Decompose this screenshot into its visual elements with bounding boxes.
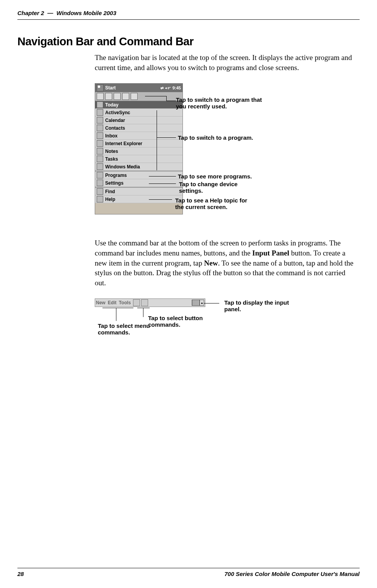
clock-time: 9:45 <box>172 86 181 90</box>
chapter-label: Chapter 2 <box>17 10 44 16</box>
menu-activesync-label: ActiveSync <box>105 110 130 115</box>
page-footer: 28 700 Series Color Mobile Computer User… <box>17 568 360 577</box>
menu-wmedia-label: Windows Media <box>105 164 140 170</box>
inbox-icon <box>97 132 103 139</box>
volume-icon[interactable]: ◀೯ <box>165 86 171 90</box>
leader-line <box>116 308 116 321</box>
calendar-icon <box>97 117 103 123</box>
header-separator: — <box>48 10 53 16</box>
menu-inbox-label: Inbox <box>105 133 118 139</box>
menu-find-label: Find <box>105 189 115 194</box>
callout-recent: Tap to switch to a program that you rece… <box>176 96 273 110</box>
recent-icon-5[interactable] <box>131 93 138 100</box>
recent-icon-1[interactable] <box>97 93 104 100</box>
command-bar-figure: New Edit Tools ▴ Tap to display the inpu… <box>95 298 360 357</box>
chapter-title: Windows Mobile 2003 <box>56 10 116 16</box>
menu-calendar[interactable]: Calendar <box>95 117 183 124</box>
leader-line <box>157 110 157 170</box>
leader-line <box>137 308 150 308</box>
status-area[interactable]: ⇄ ◀೯ 9:45 <box>160 86 181 90</box>
menu-today[interactable]: Today <box>95 101 183 109</box>
cmdbar-menu-edit[interactable]: Edit <box>108 300 117 305</box>
leader-line <box>149 183 176 184</box>
body-paragraph-2: Use the command bar at the bottom of the… <box>95 238 356 288</box>
callout-input-panel: Tap to display the input panel. <box>224 299 305 312</box>
ie-icon <box>97 140 103 147</box>
menu-contacts[interactable]: Contacts <box>95 124 183 132</box>
menu-settings-label: Settings <box>105 180 123 186</box>
contacts-icon <box>97 125 103 131</box>
leader-line <box>149 199 172 200</box>
recent-programs-row[interactable] <box>95 92 183 101</box>
input-panel-arrow-icon[interactable]: ▴ <box>200 300 204 306</box>
menu-find[interactable]: Find <box>95 188 183 195</box>
header-rule <box>17 19 360 20</box>
para2-d-bold: New <box>204 259 218 267</box>
body-paragraph-1: The navigation bar is located at the top… <box>95 53 356 72</box>
notes-icon <box>97 148 103 154</box>
wmedia-icon <box>97 163 103 170</box>
help-icon <box>97 196 103 202</box>
cmdbar-button-icon-1[interactable] <box>133 299 140 306</box>
settings-icon <box>97 180 103 186</box>
para2-b-bold: Input Panel <box>252 249 289 257</box>
menu-activesync[interactable]: ActiveSync <box>95 109 183 117</box>
menu-wmedia[interactable]: Windows Media <box>95 163 183 171</box>
menu-settings[interactable]: Settings <box>95 179 183 187</box>
menu-contacts-label: Contacts <box>105 125 125 131</box>
callout-help: Tap to see a Help topic for the current … <box>175 197 252 210</box>
leader-line <box>166 96 167 101</box>
programs-icon <box>97 172 103 178</box>
menu-ie[interactable]: Internet Explorer <box>95 140 183 147</box>
leader-line <box>157 137 176 138</box>
menu-notes-label: Notes <box>105 149 118 154</box>
menu-help-label: Help <box>105 197 115 202</box>
recent-icon-4[interactable] <box>122 93 129 100</box>
section-heading: Navigation Bar and Command Bar <box>17 35 360 48</box>
cmdbar-menu-new[interactable]: New <box>96 300 106 305</box>
menu-today-label: Today <box>105 102 118 108</box>
pda-desktop-bg <box>95 203 183 214</box>
callout-more-programs: Tap to see more programs. <box>178 173 252 180</box>
manual-title: 700 Series Color Mobile Computer User's … <box>225 571 360 577</box>
menu-programs-label: Programs <box>105 173 127 178</box>
find-icon <box>97 188 103 195</box>
leader-line <box>204 303 219 303</box>
leader-line <box>145 96 166 96</box>
leader-line <box>149 176 176 177</box>
menu-inbox[interactable]: Inbox <box>95 132 183 140</box>
leader-line <box>143 308 143 317</box>
para1-text: The navigation bar is located at the top… <box>95 53 356 72</box>
cmdbar-button-icon-2[interactable] <box>141 299 148 306</box>
connectivity-icon[interactable]: ⇄ <box>160 86 164 90</box>
menu-tasks-label: Tasks <box>105 156 118 162</box>
menu-programs[interactable]: Programs <box>95 171 183 179</box>
menu-notes[interactable]: Notes <box>95 147 183 155</box>
menu-calendar-label: Calendar <box>105 118 125 123</box>
tasks-icon <box>97 156 103 162</box>
leader-line <box>166 101 176 101</box>
pda-navbar[interactable]: Start ⇄ ◀೯ 9:45 <box>95 84 183 92</box>
leader-line <box>102 308 133 308</box>
callout-program: Tap to switch to a program. <box>178 134 253 141</box>
start-label[interactable]: Start <box>105 85 116 91</box>
callout-settings: Tap to change device settings. <box>179 181 256 194</box>
menu-tasks[interactable]: Tasks <box>95 155 183 163</box>
input-panel-icon[interactable] <box>192 300 200 306</box>
page-number: 28 <box>17 571 24 577</box>
start-menu-figure: Start ⇄ ◀೯ 9:45 Today ActiveSync Calenda… <box>95 83 360 223</box>
command-bar: New Edit Tools ▴ <box>95 298 205 307</box>
cmdbar-menu-tools[interactable]: Tools <box>119 300 131 305</box>
running-header: Chapter 2 — Windows Mobile 2003 <box>17 10 360 16</box>
activesync-icon <box>97 109 103 116</box>
recent-icon-3[interactable] <box>114 93 121 100</box>
pda-screenshot: Start ⇄ ◀೯ 9:45 Today ActiveSync Calenda… <box>95 83 183 214</box>
today-icon <box>97 101 103 108</box>
callout-menu-cmds: Tap to select menu commands. <box>98 322 156 336</box>
recent-icon-2[interactable] <box>105 93 112 100</box>
windows-flag-icon[interactable] <box>97 84 104 91</box>
menu-ie-label: Internet Explorer <box>105 141 142 146</box>
callout-button-cmds: Tap to select button commands. <box>148 315 214 328</box>
